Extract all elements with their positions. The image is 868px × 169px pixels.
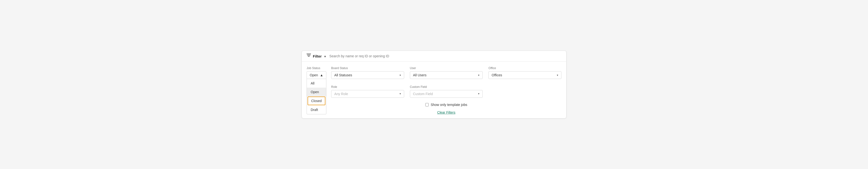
- office-dropdown[interactable]: Offices ▾: [489, 71, 561, 79]
- list-item-closed[interactable]: Closed: [308, 97, 326, 105]
- list-item-draft[interactable]: Draft: [307, 105, 326, 114]
- user-dropdown[interactable]: All Users ▾: [410, 71, 483, 79]
- custom-field-caret: ▾: [478, 92, 479, 95]
- office-label: Office: [489, 66, 561, 70]
- filter-label: Filter: [313, 54, 322, 58]
- office-group: Office Offices ▾: [489, 66, 561, 81]
- job-status-caret-up: ▲: [320, 73, 323, 77]
- job-status-value: Open: [310, 73, 318, 77]
- job-status-group: Job Status Open ▲ All Open Closed Draft: [307, 66, 327, 114]
- board-status-dropdown[interactable]: All Statuses ▾: [331, 71, 404, 79]
- job-status-dropdown-btn[interactable]: Open ▲: [307, 71, 327, 79]
- list-item-open[interactable]: Open: [307, 88, 326, 96]
- filter-icon: [307, 54, 311, 59]
- role-label: Role: [331, 85, 404, 89]
- template-jobs-checkbox[interactable]: [425, 103, 429, 106]
- role-caret: ▾: [400, 92, 401, 95]
- job-status-label: Job Status: [307, 66, 327, 70]
- custom-field-label: Custom Field: [410, 85, 483, 89]
- custom-field-group: Custom Field Custom Field ▾: [410, 85, 483, 100]
- filter-header: Filter ▲: [302, 51, 566, 62]
- user-value: All Users: [413, 73, 427, 77]
- user-caret: ▾: [478, 74, 479, 77]
- role-dropdown[interactable]: Any Role ▾: [331, 90, 404, 98]
- filter-body: Job Status Open ▲ All Open Closed Draft: [302, 62, 566, 118]
- right-filters: Board Status All Statuses ▾ User All Use…: [327, 66, 561, 114]
- office-value: Offices: [492, 73, 502, 77]
- board-status-value: All Statuses: [334, 73, 352, 77]
- filter-columns: Job Status Open ▲ All Open Closed Draft: [307, 66, 561, 114]
- list-item-all[interactable]: All: [307, 79, 326, 88]
- board-status-group: Board Status All Statuses ▾: [331, 66, 404, 81]
- role-value: Any Role: [334, 92, 348, 96]
- office-caret: ▾: [557, 74, 558, 77]
- board-status-caret: ▾: [400, 74, 401, 77]
- search-input[interactable]: [330, 54, 561, 58]
- filter-panel: Filter ▲ Job Status Open ▲ All Ope: [302, 50, 566, 119]
- board-status-label: Board Status: [331, 66, 404, 70]
- filter-collapse-icon[interactable]: ▲: [324, 55, 327, 58]
- clear-filters-button[interactable]: Clear Filters: [437, 110, 455, 114]
- template-checkbox-group: Show only template jobs: [425, 103, 467, 107]
- filter-label-group: Filter ▲: [307, 54, 327, 59]
- custom-field-dropdown[interactable]: Custom Field ▾: [410, 90, 483, 98]
- job-status-dropdown-list: All Open Closed Draft: [307, 79, 327, 114]
- template-jobs-label[interactable]: Show only template jobs: [431, 103, 467, 107]
- user-label: User: [410, 66, 483, 70]
- custom-field-value: Custom Field: [413, 92, 433, 96]
- role-group: Role Any Role ▾: [331, 85, 404, 100]
- user-group: User All Users ▾: [410, 66, 483, 81]
- empty-cell: Show only template jobs Clear Filters: [331, 103, 561, 114]
